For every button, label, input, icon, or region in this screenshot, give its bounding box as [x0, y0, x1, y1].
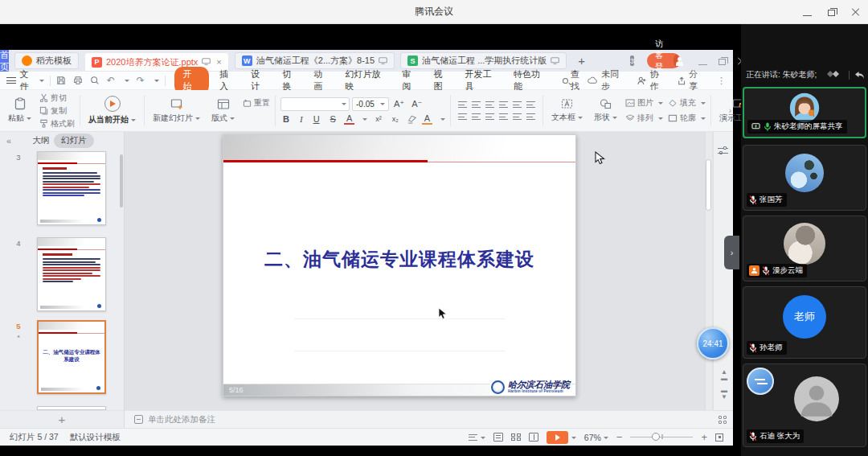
highlight-color-button[interactable]: A: [422, 114, 432, 125]
picture-button[interactable]: 图片: [625, 97, 663, 109]
fill-button[interactable]: 填充: [668, 97, 706, 109]
grid-view-icon[interactable]: [719, 416, 727, 424]
close-icon[interactable]: [851, 5, 860, 19]
zoom-out-icon[interactable]: −: [616, 431, 623, 443]
fit-slide-icon[interactable]: [715, 433, 723, 442]
print-preview-icon[interactable]: [90, 76, 100, 85]
menu-tab-insert[interactable]: 插入: [212, 68, 244, 92]
menu-tab-features[interactable]: 特色功能: [506, 68, 555, 92]
participant-tile[interactable]: 张国芳: [743, 145, 866, 211]
slide-thumbnail-4[interactable]: 4: [0, 237, 124, 311]
zoom-in-icon[interactable]: +: [701, 431, 707, 443]
print-icon[interactable]: [73, 76, 83, 85]
clear-format-icon[interactable]: [407, 115, 416, 124]
align-center-icon[interactable]: [472, 113, 481, 120]
next-slide-icon[interactable]: ▬▼: [721, 388, 727, 401]
menu-tab-slideshow[interactable]: 幻灯片放映: [338, 68, 395, 92]
font-name-select[interactable]: [280, 97, 350, 111]
distribute-icon[interactable]: [513, 113, 522, 120]
notes-input[interactable]: 单击此处添加备注: [125, 411, 712, 428]
menu-tab-animation[interactable]: 动画: [306, 68, 338, 92]
superscript-button[interactable]: x²: [373, 115, 384, 123]
undo-icon[interactable]: ↶: [107, 75, 115, 86]
share-button[interactable]: 分享: [678, 68, 706, 92]
meeting-timer-badge[interactable]: 24:41: [697, 327, 729, 359]
numbering-icon[interactable]: [472, 101, 481, 108]
participant-tile[interactable]: 石迪 张大为: [743, 364, 866, 447]
justify-icon[interactable]: [499, 113, 508, 120]
slides-tab[interactable]: 幻灯片: [54, 134, 94, 148]
tab-active-presentation[interactable]: P 2020培养方案论证.pptx ×: [84, 52, 229, 72]
bold-button[interactable]: B: [280, 114, 292, 124]
notes-toggle-icon[interactable]: [469, 434, 477, 441]
menu-tab-review[interactable]: 审阅: [395, 68, 426, 92]
align-left-icon[interactable]: [458, 113, 467, 120]
expand-panel-flap[interactable]: ›: [724, 236, 739, 269]
hamburger-icon[interactable]: [6, 77, 16, 84]
customize-toolbar-icon[interactable]: [154, 80, 159, 84]
wps-home-tab[interactable]: 首页: [0, 50, 9, 72]
menu-tab-view[interactable]: 视图: [426, 68, 457, 92]
participant-tile[interactable]: 老师 孙老师: [743, 286, 866, 359]
add-slide-button[interactable]: +: [59, 413, 66, 426]
grow-font-button[interactable]: A⁺: [391, 99, 407, 109]
paste-button[interactable]: 粘贴: [5, 97, 35, 124]
previous-slide-icon[interactable]: ▲▬: [721, 369, 727, 382]
panel-scrollbar[interactable]: [120, 154, 123, 207]
tab-docer-templates[interactable]: 稻壳模板: [14, 52, 79, 69]
reset-slide-button[interactable]: 重置: [243, 97, 270, 109]
tab-close-icon[interactable]: ×: [216, 57, 221, 67]
menu-tab-design[interactable]: 设计: [244, 68, 275, 92]
normal-view-icon[interactable]: [493, 433, 503, 442]
slide-thumbnail-3[interactable]: 3: [0, 151, 124, 225]
collaborate-button[interactable]: 协作: [637, 68, 666, 92]
tab-count-badge[interactable]: 3: [630, 55, 634, 66]
arrange-button[interactable]: 排列: [625, 113, 663, 124]
slide-sorter-icon[interactable]: [511, 433, 521, 442]
new-slide-button[interactable]: 新建幻灯片: [149, 98, 203, 124]
wps-restore-icon[interactable]: [719, 54, 726, 68]
shrink-font-button[interactable]: A⁻: [409, 99, 424, 109]
tab-sheet-doc[interactable]: S 油气储运工程 ...学期执行统计版: [400, 52, 567, 69]
slide-canvas[interactable]: 二、油气储运专业课程体系建设 5/16 哈尔滨石油学院 Harbin Insti…: [223, 134, 576, 396]
font-size-input[interactable]: -0.05: [352, 97, 389, 111]
shapes-button[interactable]: 形状: [591, 98, 620, 123]
menu-tab-transition[interactable]: 切换: [275, 68, 306, 92]
slide-title[interactable]: 二、油气储运专业课程体系建设: [223, 247, 575, 272]
reading-view-icon[interactable]: [529, 433, 538, 442]
participant-tile-sharer[interactable]: 朱砂老师的屏幕共享: [743, 87, 866, 138]
minimize-icon[interactable]: [803, 5, 812, 19]
new-tab-button[interactable]: +: [578, 54, 585, 68]
align-right-icon[interactable]: [485, 113, 494, 120]
line-spacing-icon[interactable]: [526, 113, 535, 120]
collapse-panel-icon[interactable]: «: [6, 136, 11, 146]
zoom-slider[interactable]: [630, 437, 693, 438]
more-options-icon[interactable]: ⋮: [717, 76, 727, 86]
file-menu[interactable]: 文件: [20, 68, 37, 92]
sync-status[interactable]: 未同步: [588, 68, 626, 92]
copy-button[interactable]: 复制: [39, 105, 75, 117]
template-name[interactable]: 默认设计模板: [70, 432, 121, 443]
back-arrow-icon[interactable]: [854, 71, 865, 80]
textbox-button[interactable]: 文本框: [548, 98, 586, 123]
outdent-icon[interactable]: [485, 101, 494, 108]
zoom-slider-knob[interactable]: [652, 433, 660, 441]
chevron-down-icon[interactable]: [125, 80, 129, 84]
find-menu[interactable]: 查找: [563, 68, 588, 92]
format-painter-button[interactable]: 格式刷: [39, 118, 75, 129]
cut-button[interactable]: 剪切: [39, 92, 75, 104]
save-icon[interactable]: [56, 76, 66, 85]
italic-button[interactable]: I: [297, 114, 305, 124]
maximize-icon[interactable]: [828, 5, 835, 19]
strikethrough-button[interactable]: S: [328, 114, 338, 124]
font-color-button[interactable]: A: [344, 114, 354, 125]
underline-button[interactable]: U: [311, 114, 322, 124]
participant-tile[interactable]: 漫步云端: [743, 216, 866, 281]
bullets-icon[interactable]: [458, 101, 467, 108]
slide-thumbnail-5-selected[interactable]: 5* 二、油气储运专业课程体系建设: [0, 320, 124, 394]
wps-minimize-icon[interactable]: [698, 54, 707, 68]
outline-button[interactable]: 轮廓: [668, 113, 706, 124]
play-from-current-button[interactable]: 从当前开始: [85, 96, 139, 125]
slide-editor[interactable]: 二、油气储运专业课程体系建设 5/16 哈尔滨石油学院 Harbin Insti…: [125, 132, 733, 410]
menu-tab-devtools[interactable]: 开发工具: [458, 68, 506, 92]
